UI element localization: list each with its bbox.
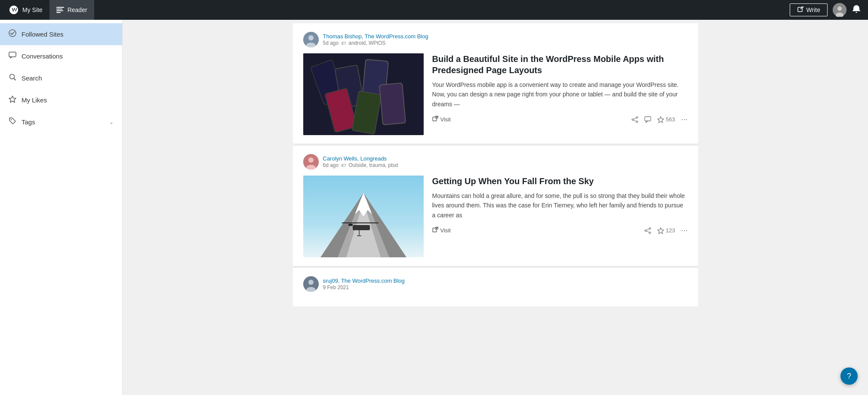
sidebar-item-my-likes[interactable]: My Likes bbox=[0, 89, 122, 111]
svg-line-37 bbox=[633, 120, 636, 121]
svg-rect-30 bbox=[380, 83, 405, 124]
post-author-name[interactable]: Thomas Bishop, The WordPress.com Blog bbox=[323, 33, 428, 40]
star-like-icon bbox=[657, 116, 664, 123]
sidebar-item-followed-sites[interactable]: Followed Sites bbox=[0, 23, 122, 45]
post-excerpt-text: Your WordPress mobile app is a convenien… bbox=[432, 81, 679, 108]
post-body: Build a Beautiful Site in the WordPress … bbox=[303, 53, 688, 135]
svg-rect-1 bbox=[56, 9, 62, 9]
tag-small-icon-2: 🏷 bbox=[341, 163, 346, 168]
post-author-name[interactable]: Carolyn Wells, Longreads bbox=[323, 155, 398, 162]
sidebar-item-conversations[interactable]: Conversations bbox=[0, 45, 122, 67]
chevron-down-icon: ⌄ bbox=[109, 119, 114, 125]
sidebar-item-tags[interactable]: Tags ⌄ bbox=[0, 111, 122, 133]
svg-marker-13 bbox=[9, 96, 16, 102]
post-time-tags: 6d ago 🏷 Outside, trauma, ptsd bbox=[323, 162, 398, 168]
reader-button[interactable]: Reader bbox=[49, 0, 94, 20]
post-thumbnail-2-image bbox=[303, 176, 424, 257]
notifications-button[interactable] bbox=[852, 4, 861, 16]
svg-point-11 bbox=[10, 74, 15, 79]
svg-rect-3 bbox=[56, 12, 61, 13]
visit-2-icon bbox=[432, 227, 438, 233]
sidebar-my-likes-label: My Likes bbox=[22, 96, 47, 104]
svg-rect-0 bbox=[56, 7, 64, 8]
star-outline-icon bbox=[9, 95, 16, 103]
post-time: 6d ago bbox=[323, 162, 339, 168]
post-thumbnail bbox=[303, 176, 424, 257]
post-author-avatar[interactable] bbox=[303, 154, 319, 170]
check-circle-icon bbox=[9, 29, 16, 37]
comment-button[interactable] bbox=[644, 116, 651, 123]
sidebar-item-search[interactable]: Search bbox=[0, 67, 122, 89]
post-visit-link[interactable]: Visit bbox=[432, 227, 451, 234]
sidebar: Followed Sites Conversations Search bbox=[0, 20, 123, 395]
avatar-icon bbox=[833, 3, 846, 17]
help-button[interactable]: ? bbox=[840, 367, 858, 385]
more-actions-button-2[interactable]: ··· bbox=[681, 226, 687, 235]
tag-outline-icon bbox=[9, 117, 16, 125]
post-feed: Thomas Bishop, The WordPress.com Blog 5d… bbox=[283, 20, 708, 311]
post-meta: Thomas Bishop, The WordPress.com Blog 5d… bbox=[303, 32, 688, 47]
post-author-name-3[interactable]: sruj09, The WordPress.com Blog bbox=[323, 278, 405, 284]
post-visit-link[interactable]: Visit bbox=[432, 116, 451, 123]
svg-point-34 bbox=[632, 119, 634, 120]
comment-icon bbox=[644, 116, 651, 123]
svg-line-12 bbox=[14, 79, 16, 80]
bell-icon bbox=[852, 4, 861, 14]
reader-icon bbox=[56, 7, 64, 13]
share-icon bbox=[631, 116, 638, 123]
svg-point-33 bbox=[636, 117, 638, 118]
visit-label: Visit bbox=[440, 227, 451, 234]
sidebar-search-label: Search bbox=[22, 74, 42, 82]
my-site-button[interactable]: My Site bbox=[7, 5, 49, 15]
svg-point-14 bbox=[11, 119, 12, 120]
reader-label: Reader bbox=[68, 6, 87, 13]
svg-point-56 bbox=[645, 230, 646, 231]
write-icon bbox=[797, 6, 804, 13]
svg-point-16 bbox=[308, 35, 314, 40]
search-icon bbox=[9, 73, 16, 83]
post-card: Carolyn Wells, Longreads 6d ago 🏷 Outsid… bbox=[293, 145, 698, 266]
sidebar-tags-label: Tags bbox=[22, 118, 35, 126]
svg-rect-31 bbox=[433, 117, 437, 121]
post-time-3: 9 Feb 2021 bbox=[323, 284, 349, 290]
post-title: Build a Beautiful Site in the WordPress … bbox=[432, 53, 688, 76]
svg-marker-60 bbox=[658, 228, 664, 234]
share-button-2[interactable] bbox=[644, 227, 651, 234]
post-actions: Visit bbox=[432, 226, 688, 235]
star-icon bbox=[9, 95, 16, 105]
visit-icon bbox=[432, 116, 438, 122]
svg-rect-10 bbox=[9, 52, 16, 57]
post-actions-right: 123 ··· bbox=[644, 226, 688, 235]
author-avatar-3-icon bbox=[303, 276, 319, 292]
sidebar-followed-sites-label: Followed Sites bbox=[22, 31, 64, 38]
svg-point-9 bbox=[9, 30, 16, 37]
post-author-avatar[interactable] bbox=[303, 32, 319, 47]
share-button[interactable] bbox=[631, 116, 638, 123]
write-button[interactable]: Write bbox=[790, 3, 828, 16]
visit-label: Visit bbox=[440, 116, 451, 123]
post-author-avatar-3[interactable] bbox=[303, 276, 319, 292]
post-card: Thomas Bishop, The WordPress.com Blog 5d… bbox=[293, 23, 698, 144]
post-thumbnail bbox=[303, 53, 424, 135]
author-avatar-icon bbox=[303, 32, 319, 47]
post-meta: Carolyn Wells, Longreads 6d ago 🏷 Outsid… bbox=[303, 154, 688, 170]
more-actions-button[interactable]: ··· bbox=[681, 115, 687, 124]
my-site-label: My Site bbox=[22, 6, 43, 13]
like-count: 563 bbox=[666, 116, 675, 123]
user-avatar[interactable] bbox=[833, 3, 846, 17]
post-meta-info: Carolyn Wells, Longreads 6d ago 🏷 Outsid… bbox=[323, 155, 398, 168]
app-header: My Site Reader Write bbox=[0, 0, 868, 20]
svg-line-59 bbox=[646, 231, 649, 232]
post-content: Build a Beautiful Site in the WordPress … bbox=[432, 53, 688, 124]
post-card-3: sruj09, The WordPress.com Blog 9 Feb 202… bbox=[293, 268, 698, 306]
svg-point-57 bbox=[649, 232, 651, 234]
post-actions-right: 563 ··· bbox=[631, 115, 688, 124]
main-content: Thomas Bishop, The WordPress.com Blog 5d… bbox=[123, 20, 868, 395]
post-excerpt: Your WordPress mobile app is a convenien… bbox=[432, 80, 688, 109]
post-time-tags: 5d ago 🏷 android, WPiOS bbox=[323, 40, 428, 46]
like-button[interactable]: 563 bbox=[657, 116, 675, 123]
svg-point-62 bbox=[308, 280, 314, 285]
post-tags: Outside, trauma, ptsd bbox=[348, 162, 398, 168]
post-thumbnail-image bbox=[303, 53, 424, 135]
like-button-2[interactable]: 123 bbox=[657, 227, 675, 234]
